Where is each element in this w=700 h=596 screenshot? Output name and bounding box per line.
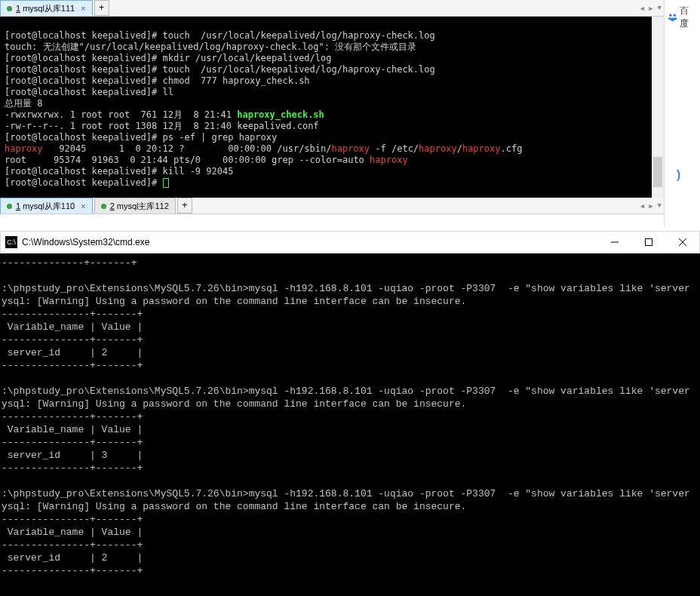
cmd-terminal[interactable]: --------------+-------+ :\phpstudy_pro\E…	[0, 253, 700, 596]
prompt: [root@localhost keepalived]#	[5, 64, 163, 75]
plus-icon: +	[182, 201, 187, 211]
sidebar-paren: )	[674, 169, 682, 183]
tab-mysql-111[interactable]: 1 mysql从库111 ×	[0, 0, 93, 16]
match-text: haproxy	[331, 143, 370, 154]
close-button[interactable]	[665, 232, 699, 253]
cmd-prompt-line: :\phpstudy_pro\Extensions\MySQL5.7.26\bi…	[2, 283, 690, 294]
table-border: ---------------+-------+	[2, 539, 143, 551]
table-header: Variable_name | Value |	[2, 321, 143, 333]
cmd-titlebar: C:\ C:\Windows\System32\cmd.exe	[0, 231, 700, 253]
table-border: ---------------+-------+	[2, 437, 143, 448]
cmd-prompt-line: :\phpstudy_pro\Extensions\MySQL5.7.26\bi…	[2, 488, 690, 499]
baidu-bookmark[interactable]: 百度	[665, 3, 700, 32]
cursor	[163, 178, 169, 188]
output-text: /	[457, 143, 462, 154]
table-border: ---------------+-------+	[2, 360, 143, 371]
output-text: -f /etc/	[370, 143, 419, 154]
top-tab-bar-1: 1 mysql从库111 × + ◀ ▶ ▼	[0, 0, 664, 17]
cmd-icon: C:\	[5, 236, 17, 248]
match-text: haproxy	[462, 143, 501, 154]
output-text: .cfg	[500, 143, 522, 154]
nav-menu-icon[interactable]: ▼	[655, 5, 664, 12]
warning-text: ysql: [Warning] Using a password on the …	[2, 296, 466, 307]
tab-nav-arrows: ◀ ▶ ▼	[638, 198, 664, 214]
output-text: touch: 无法创建"/usr/local/keepalived/log/ha…	[5, 41, 416, 52]
table-border: ---------------+-------+	[2, 462, 143, 474]
linux-terminal[interactable]: [root@localhost keepalived]# touch /usr/…	[0, 17, 664, 198]
nav-prev-icon[interactable]: ◀	[638, 5, 646, 13]
svg-rect-6	[645, 239, 652, 246]
bottom-tab-bar: 1 mysql从库110 × 2 mysql主库112 + ◀ ▶ ▼	[0, 198, 664, 214]
match-text: haproxy	[370, 155, 408, 165]
tab-mysql-112[interactable]: 2 mysql主库112	[94, 198, 176, 214]
new-tab-button[interactable]: +	[94, 0, 109, 16]
svg-point-1	[674, 14, 676, 17]
cmd-text: kill -9 92045	[163, 166, 234, 177]
vertical-scrollbar[interactable]	[652, 17, 664, 198]
minimize-button[interactable]	[597, 232, 631, 253]
cmd-title: C:\Windows\System32\cmd.exe	[22, 237, 597, 247]
cmd-text: ps -ef | grep haproxy	[163, 132, 278, 143]
baidu-paw-icon	[668, 12, 677, 23]
prompt: [root@localhost keepalived]#	[5, 87, 163, 97]
prompt: [root@localhost keepalived]#	[5, 177, 163, 188]
tab-label: mysql从库110	[23, 201, 75, 212]
nav-next-icon[interactable]: ▶	[646, 202, 655, 210]
table-row: server_id | 2 |	[2, 552, 143, 564]
tab-number: 1	[16, 4, 20, 13]
output-text: root 95374 91963 0 21:44 pts/0 00:00:00 …	[5, 155, 370, 165]
prompt: [root@localhost keepalived]#	[5, 166, 163, 177]
table-border: ---------------+-------+	[2, 514, 143, 525]
minimize-icon	[611, 238, 619, 246]
tab-mysql-110[interactable]: 1 mysql从库110 ×	[0, 198, 93, 214]
tab-label: mysql从库111	[23, 3, 75, 14]
connection-status-dot	[7, 204, 12, 209]
baidu-label: 百度	[680, 5, 697, 30]
table-border: ---------------+-------+	[2, 334, 143, 346]
table-border: ---------------+-------+	[2, 309, 143, 320]
output-text: 92045 1 0 20:12 ? 00:00:00 /usr/sbin/	[43, 143, 332, 154]
table-header: Variable_name | Value |	[2, 527, 143, 538]
table-border: ---------------+-------+	[2, 565, 143, 576]
maximize-icon	[645, 238, 652, 246]
connection-status-dot	[101, 204, 106, 209]
output-text: -rwxrwxrwx. 1 root root 761 12月 8 21:41	[5, 109, 237, 120]
cmd-prompt-line: :\phpstudy_pro\Extensions\MySQL5.7.26\bi…	[2, 386, 690, 397]
tab-number: 2	[110, 201, 115, 210]
output-text: 总用量 8	[5, 98, 42, 109]
filename-exec: haproxy_check.sh	[237, 109, 324, 120]
table-border: ---------------+-------+	[2, 411, 143, 422]
close-icon[interactable]: ×	[81, 4, 85, 13]
prompt: [root@localhost keepalived]#	[5, 30, 163, 41]
prompt: [root@localhost keepalived]#	[5, 75, 163, 86]
nav-menu-icon[interactable]: ▼	[655, 202, 664, 210]
close-icon	[679, 238, 686, 246]
svg-point-0	[669, 14, 671, 17]
svg-point-4	[671, 18, 675, 21]
cmd-text: touch /usr/local/keepalived/log/haproxy-…	[163, 64, 435, 75]
output-text: -rw-r--r--. 1 root root 1308 12月 8 21:40…	[5, 121, 319, 131]
table-border: --------------+-------+	[2, 257, 137, 269]
tab-number: 1	[16, 201, 20, 210]
table-header: Variable_name | Value |	[2, 424, 143, 435]
match-text: haproxy	[419, 143, 457, 154]
warning-text: ysql: [Warning] Using a password on the …	[2, 398, 466, 410]
new-tab-button[interactable]: +	[177, 198, 192, 214]
table-row: server_id | 3 |	[2, 450, 143, 461]
process-name: haproxy	[5, 143, 43, 154]
warning-text: ysql: [Warning] Using a password on the …	[2, 501, 466, 512]
cmd-text: ll	[163, 87, 173, 97]
browser-sidebar: 百度	[664, 0, 700, 226]
nav-prev-icon[interactable]: ◀	[638, 202, 646, 210]
close-icon[interactable]: ×	[81, 201, 85, 210]
table-row: server_id | 2 |	[2, 347, 143, 358]
tab-label: mysql主库112	[117, 201, 169, 212]
maximize-button[interactable]	[631, 232, 665, 253]
prompt: [root@localhost keepalived]#	[5, 132, 163, 143]
cmd-text: chmod 777 haproxy_check.sh	[163, 75, 310, 86]
tab-nav-arrows: ◀ ▶ ▼	[638, 0, 664, 17]
nav-next-icon[interactable]: ▶	[646, 5, 655, 13]
plus-icon: +	[99, 3, 104, 14]
cmd-text: touch /usr/local/keepalived/log/haproxy-…	[163, 30, 435, 41]
prompt: [root@localhost keepalived]#	[5, 53, 163, 63]
